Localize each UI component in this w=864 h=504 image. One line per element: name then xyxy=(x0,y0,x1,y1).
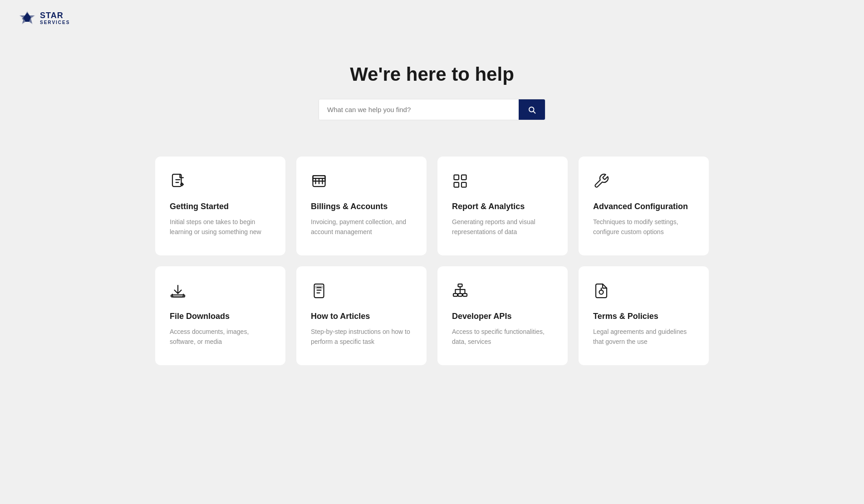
hero-section: We're here to help xyxy=(0,36,864,157)
logo-text: STAR SERVICES xyxy=(40,11,70,25)
logo-icon xyxy=(18,9,36,27)
card-how-to-articles[interactable]: How to Articles Step-by-step instruction… xyxy=(296,266,427,365)
card-title-file-downloads: File Downloads xyxy=(170,312,271,321)
hero-title: We're here to help xyxy=(350,64,514,85)
card-title-getting-started: Getting Started xyxy=(170,202,271,211)
logo[interactable]: STAR SERVICES xyxy=(18,9,70,27)
document-policy-icon xyxy=(593,283,609,299)
card-desc-terms-policies: Legal agreements and guidelines that gov… xyxy=(593,327,694,347)
card-title-terms-policies: Terms & Policies xyxy=(593,312,694,321)
card-report-analytics[interactable]: Report & Analytics Generating reports an… xyxy=(437,157,568,255)
brand-tagline: SERVICES xyxy=(40,20,70,25)
svg-point-20 xyxy=(599,290,604,294)
card-title-advanced-configuration: Advanced Configuration xyxy=(593,202,694,211)
card-terms-policies[interactable]: Terms & Policies Legal agreements and gu… xyxy=(579,266,709,365)
card-desc-developer-apis: Access to specific functionalities, data… xyxy=(452,327,553,347)
card-title-report-analytics: Report & Analytics xyxy=(452,202,553,211)
card-file-downloads[interactable]: File Downloads Access documents, images,… xyxy=(155,266,285,365)
navbar: STAR SERVICES xyxy=(0,0,864,36)
card-title-billings-accounts: Billings & Accounts xyxy=(311,202,412,211)
svg-rect-13 xyxy=(171,295,185,297)
brand-name: STAR xyxy=(40,11,70,20)
svg-line-3 xyxy=(533,111,535,113)
checklist-icon xyxy=(311,283,327,299)
grid-icon xyxy=(452,173,468,189)
svg-rect-10 xyxy=(454,182,459,187)
billing-icon xyxy=(311,173,327,189)
card-billings-accounts[interactable]: Billings & Accounts Invoicing, payment c… xyxy=(296,157,427,255)
svg-rect-8 xyxy=(454,175,459,180)
svg-rect-11 xyxy=(461,182,466,187)
card-desc-advanced-configuration: Techniques to modify settings, configure… xyxy=(593,217,694,237)
card-desc-how-to-articles: Step-by-step instructions on how to perf… xyxy=(311,327,412,347)
wrench-icon xyxy=(593,173,609,189)
card-advanced-configuration[interactable]: Advanced Configuration Techniques to mod… xyxy=(579,157,709,255)
card-title-developer-apis: Developer APIs xyxy=(452,312,553,321)
card-title-how-to-articles: How to Articles xyxy=(311,312,412,321)
card-developer-apis[interactable]: Developer APIs Access to specific functi… xyxy=(437,266,568,365)
hierarchy-icon xyxy=(452,283,468,299)
search-input[interactable] xyxy=(319,99,519,120)
document-edit-icon xyxy=(170,173,186,189)
download-icon xyxy=(170,283,186,299)
svg-rect-9 xyxy=(461,175,466,180)
card-getting-started[interactable]: Getting Started Initial steps one takes … xyxy=(155,157,285,255)
card-desc-billings-accounts: Invoicing, payment collection, and accou… xyxy=(311,217,412,237)
card-desc-getting-started: Initial steps one takes to begin learnin… xyxy=(170,217,271,237)
search-bar xyxy=(319,99,545,120)
card-desc-report-analytics: Generating reports and visual representa… xyxy=(452,217,553,237)
cards-section: Getting Started Initial steps one takes … xyxy=(137,157,727,392)
card-desc-file-downloads: Access documents, images, software, or m… xyxy=(170,327,271,347)
cards-grid: Getting Started Initial steps one takes … xyxy=(155,157,709,365)
search-icon xyxy=(528,106,536,114)
search-button[interactable] xyxy=(519,99,545,120)
